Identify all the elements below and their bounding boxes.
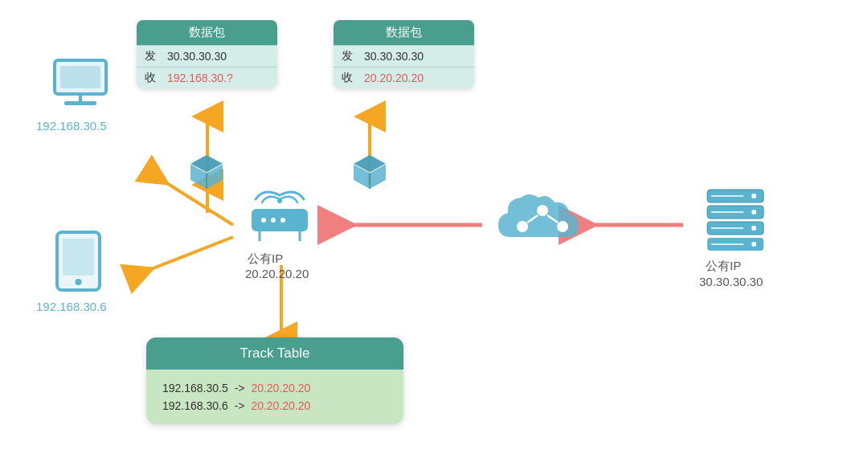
track-row-1: 192.168.30.5 -> 20.20.20.20 [162, 379, 387, 397]
computer-icon [48, 56, 113, 116]
packet-value-right-dst: 20.20.20.20 [364, 72, 424, 84]
package-cube-right [350, 151, 390, 194]
svg-rect-24 [252, 209, 308, 231]
svg-point-31 [537, 205, 548, 216]
packet-table-right: 数据包 发 30.30.30.30 收 20.20.20.20 [334, 20, 474, 88]
diagram-container: 数据包 发 30.30.30.30 收 192.168.30.? 数据包 发 3… [0, 0, 868, 470]
server-ip: 30.30.30.30 [699, 275, 763, 288]
packet-row-right-1: 发 30.30.30.30 [334, 45, 474, 67]
package-cube-left [186, 151, 227, 194]
svg-line-13 [141, 237, 233, 273]
svg-point-49 [751, 242, 756, 247]
track-src-2: 192.168.30.6 [162, 399, 228, 412]
track-row-2: 192.168.30.6 -> 20.20.20.20 [162, 397, 387, 415]
svg-point-32 [557, 221, 568, 232]
packet-label-2: 收 [145, 71, 161, 85]
packet-row-left-2: 收 192.168.30.? [137, 67, 277, 88]
svg-point-23 [277, 198, 282, 203]
packet-value-left-dst: 192.168.30.? [167, 72, 233, 84]
svg-rect-17 [64, 101, 96, 105]
svg-point-30 [517, 221, 528, 232]
packet-label-r2: 收 [342, 71, 358, 85]
computer-ip-label: 192.168.30.5 [36, 119, 107, 133]
router-label: 公有IP [248, 251, 283, 267]
server-label: 公有IP [706, 259, 741, 274]
svg-point-46 [751, 194, 756, 198]
packet-value-left-src: 30.30.30.30 [167, 50, 227, 63]
track-dest-1: 20.20.20.20 [251, 382, 310, 394]
packet-table-left-header: 数据包 [137, 20, 277, 45]
svg-point-47 [751, 210, 756, 215]
packet-table-left: 数据包 发 30.30.30.30 收 192.168.30.? [137, 20, 277, 88]
packet-label: 发 [145, 49, 161, 63]
svg-point-25 [261, 218, 266, 223]
svg-point-27 [280, 218, 285, 223]
svg-point-48 [751, 226, 756, 231]
router-ip: 20.20.20.20 [245, 267, 309, 280]
cloud-icon [490, 185, 595, 260]
track-src-1: 192.168.30.5 [162, 382, 228, 394]
router-icon [240, 183, 320, 247]
track-arrow-2: -> [235, 399, 248, 412]
svg-point-21 [76, 279, 82, 285]
svg-rect-22 [63, 239, 94, 276]
track-dest-2: 20.20.20.20 [251, 399, 310, 412]
track-table-header: Track Table [146, 337, 403, 370]
packet-label-r1: 发 [342, 49, 358, 63]
packet-row-right-2: 收 20.20.20.20 [334, 67, 474, 88]
tablet-ip-label: 192.168.30.6 [36, 300, 107, 313]
packet-table-right-header: 数据包 [334, 20, 474, 45]
packet-row-left-1: 发 30.30.30.30 [137, 45, 277, 67]
tablet-icon [52, 229, 104, 296]
svg-rect-18 [60, 66, 100, 88]
packet-value-right-src: 30.30.30.30 [364, 50, 424, 63]
track-table: Track Table 192.168.30.5 -> 20.20.20.20 … [146, 337, 403, 424]
svg-point-26 [271, 218, 276, 223]
track-table-body: 192.168.30.5 -> 20.20.20.20 192.168.30.6… [146, 370, 403, 424]
track-arrow-1: -> [235, 382, 248, 394]
server-icon [699, 183, 772, 259]
